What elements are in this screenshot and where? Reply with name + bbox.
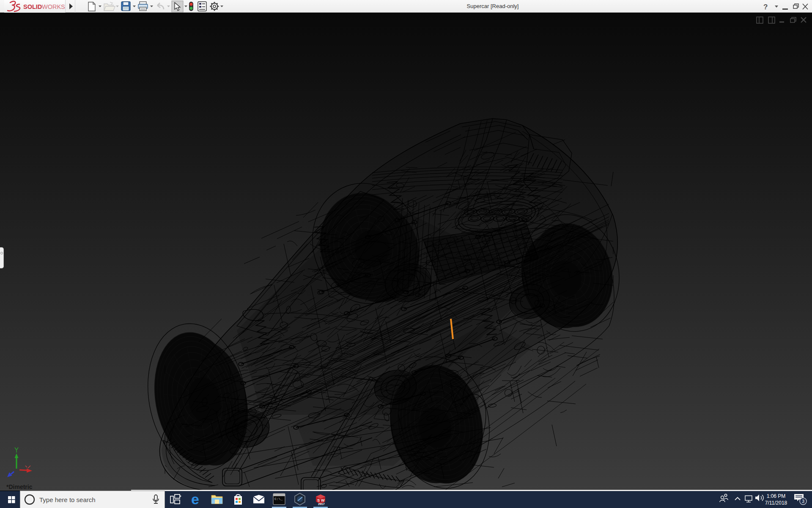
svg-text:WORKS: WORKS bbox=[42, 3, 65, 10]
svg-text:2017: 2017 bbox=[318, 502, 325, 505]
svg-text:3: 3 bbox=[802, 499, 804, 504]
svg-text:?: ? bbox=[763, 3, 768, 11]
svg-text:W: W bbox=[321, 498, 325, 502]
svg-text:SOLID: SOLID bbox=[23, 3, 42, 10]
svg-text:*Dimetric: *Dimetric bbox=[6, 483, 33, 490]
svg-text:S: S bbox=[317, 498, 320, 502]
svg-text:C:\_: C:\_ bbox=[274, 497, 283, 501]
svg-text:e: e bbox=[191, 491, 199, 507]
svg-text:Type here to search: Type here to search bbox=[39, 496, 96, 503]
